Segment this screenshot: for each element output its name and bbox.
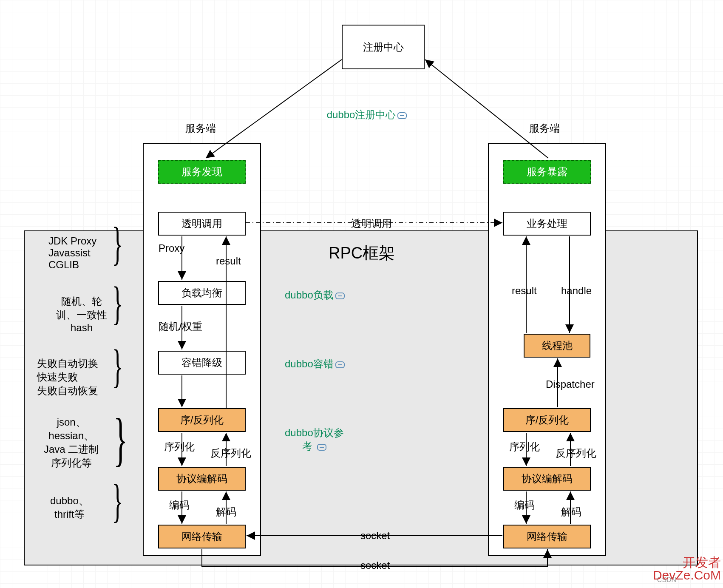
lbl-decode-s: 解码 <box>561 505 581 519</box>
lbl-dispatcher: Dispatcher <box>546 378 595 390</box>
brace-ser: } <box>113 405 128 473</box>
lbl-decode-c: 解码 <box>216 505 236 519</box>
brace-lb: } <box>112 276 123 330</box>
server-codec: 协议编解码 <box>503 467 591 491</box>
note-proxy: JDK Proxy Javassist CGLIB <box>48 235 96 271</box>
server-transport: 网络传输 <box>503 525 591 548</box>
link-icon <box>397 112 407 119</box>
client-container <box>143 143 261 556</box>
server-title: 服务端 <box>529 122 560 135</box>
lbl-encode-c: 编码 <box>169 498 190 512</box>
brace-proxy: } <box>112 217 123 271</box>
registry-label: 注册中心 <box>363 40 404 54</box>
lbl-handle: handle <box>561 285 592 297</box>
link-icon <box>317 444 326 451</box>
client-fault: 容错降级 <box>158 351 246 375</box>
server-expose: 服务暴露 <box>503 160 591 184</box>
note-codec: dubbo、 thrift等 <box>50 494 89 521</box>
dubbo-registry-link[interactable]: dubbo注册中心 <box>315 96 407 134</box>
note-ser: json、 hessian、 Java 二进制 序列化等 <box>44 415 99 470</box>
lbl-transparent: 透明调用 <box>351 217 392 230</box>
client-invoke: 透明调用 <box>158 212 246 236</box>
lbl-encode-s: 编码 <box>514 498 535 512</box>
client-serialize: 序/反列化 <box>158 408 246 432</box>
devze-watermark: 开发者 DevZe.CoM <box>653 556 721 582</box>
client-codec: 协议编解码 <box>158 467 246 491</box>
brace-fault: } <box>112 339 123 393</box>
link-icon <box>335 361 345 368</box>
client-loadbalance: 负载均衡 <box>158 281 246 305</box>
lbl-deser-c: 反序列化 <box>210 446 251 460</box>
lbl-socket1: socket <box>360 530 390 542</box>
brace-codec: } <box>112 474 123 528</box>
rpc-title: RPC框架 <box>329 242 395 264</box>
server-serialize: 序/反列化 <box>503 408 591 432</box>
dubbo-fault-link[interactable]: dubbo容错 <box>285 357 345 371</box>
server-biz: 业务处理 <box>503 212 591 236</box>
client-title: 服务端 <box>185 122 216 135</box>
lbl-deser-s: 反序列化 <box>556 446 596 460</box>
lbl-ser-s: 序列化 <box>509 440 540 454</box>
client-discovery: 服务发现 <box>158 160 246 184</box>
lbl-result-c: result <box>216 255 241 267</box>
lbl-ser-c: 序列化 <box>164 440 195 454</box>
note-lb: 随机、轮 训、一致性 hash <box>56 295 107 334</box>
lbl-socket2: socket <box>360 560 390 571</box>
link-icon <box>335 293 345 299</box>
dubbo-load-link[interactable]: dubbo负载 <box>285 288 345 302</box>
lbl-proxy: Proxy <box>159 242 184 254</box>
lbl-random: 随机/权重 <box>159 320 202 333</box>
lbl-result-s: result <box>512 285 537 297</box>
client-transport: 网络传输 <box>158 525 246 548</box>
registry-box: 注册中心 <box>342 25 425 69</box>
server-threadpool: 线程池 <box>524 334 590 358</box>
note-fault: 失败自动切换 快速失败 失败自动恢复 <box>37 357 98 398</box>
dubbo-protocol-link[interactable]: dubbo协议参 考 <box>285 426 344 453</box>
